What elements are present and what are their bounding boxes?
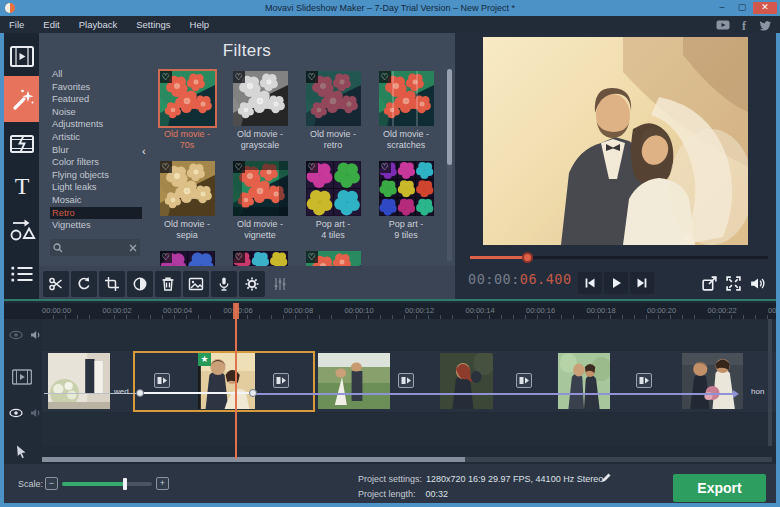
filter-item[interactable]: ♡: [224, 251, 296, 266]
share-button[interactable]: [700, 274, 718, 292]
filter-thumbnail[interactable]: ♡: [160, 161, 215, 216]
category-blur[interactable]: Blur: [50, 144, 142, 157]
timeline-vscrollbar[interactable]: [768, 319, 772, 446]
sidebar-tab-titles[interactable]: T: [4, 166, 39, 206]
transition-slot[interactable]: [398, 373, 414, 388]
filters-scrollbar[interactable]: [447, 69, 452, 261]
filter-item[interactable]: ♡Old movie -grayscale: [224, 71, 296, 150]
sidebar-tab-filters[interactable]: [4, 76, 39, 122]
youtube-icon[interactable]: [716, 18, 730, 34]
filter-thumbnail[interactable]: ♡: [233, 71, 288, 126]
category-mosaic[interactable]: Mosaic: [50, 194, 142, 207]
maximize-button[interactable]: ▢: [733, 2, 751, 14]
music-track[interactable]: [42, 413, 776, 446]
category-color-filters[interactable]: Color filters: [50, 156, 142, 169]
category-all[interactable]: All: [50, 68, 142, 81]
crop-button[interactable]: [99, 271, 125, 297]
play-button[interactable]: [604, 272, 628, 294]
cut-button[interactable]: [43, 271, 69, 297]
timeline-hscrollbar[interactable]: [42, 457, 772, 462]
facebook-icon[interactable]: f: [737, 18, 751, 34]
filter-thumbnail[interactable]: ♡: [379, 71, 434, 126]
menu-help[interactable]: Help: [190, 19, 210, 30]
title-track[interactable]: [42, 319, 776, 350]
scale-slider-handle[interactable]: [123, 478, 127, 490]
favorite-heart-icon[interactable]: ♡: [306, 161, 318, 173]
title-track-visibility-toggle[interactable]: [8, 327, 24, 343]
filter-item[interactable]: ♡Old movie -sepia: [151, 161, 223, 240]
timeline-ruler[interactable]: 00:00:0000:00:0200:00:0400:00:0600:00:08…: [4, 303, 776, 319]
filter-item[interactable]: ♡Old movie -retro: [297, 71, 369, 150]
timeline-clip-kissing-couple[interactable]: [558, 353, 610, 409]
filter-thumbnail[interactable]: ♡: [233, 251, 288, 266]
clear-search-icon[interactable]: [129, 244, 137, 252]
export-button[interactable]: Export: [673, 474, 766, 502]
transition-slot[interactable]: [516, 373, 532, 388]
favorite-heart-icon[interactable]: ♡: [233, 251, 245, 263]
filter-thumbnail[interactable]: ♡: [306, 71, 361, 126]
category-artistic[interactable]: Artistic: [50, 131, 142, 144]
seek-handle[interactable]: [522, 252, 533, 263]
previous-frame-button[interactable]: [578, 272, 602, 294]
close-button[interactable]: ✕: [753, 2, 777, 14]
edit-settings-pencil-icon[interactable]: [600, 472, 612, 484]
selected-clip-outline[interactable]: [133, 351, 315, 412]
volume-button[interactable]: [748, 274, 766, 292]
filter-item[interactable]: ♡Old movie -70s: [151, 71, 223, 150]
sidebar-tab-slides[interactable]: [4, 39, 39, 75]
category-retro[interactable]: Retro: [50, 207, 142, 220]
image-button[interactable]: [183, 271, 209, 297]
delete-button[interactable]: [155, 271, 181, 297]
pointer-tool-icon[interactable]: [14, 444, 30, 460]
music-track-visibility-toggle[interactable]: [8, 405, 24, 421]
filter-thumbnail[interactable]: ♡: [233, 161, 288, 216]
twitter-icon[interactable]: [758, 18, 772, 34]
sidebar-tab-motion[interactable]: [4, 207, 39, 251]
timeline-clip-outdoor-couple[interactable]: [318, 353, 390, 409]
sidebar-tab-list[interactable]: [4, 253, 39, 295]
link-handle[interactable]: [249, 389, 257, 397]
filter-thumbnail[interactable]: ♡: [379, 161, 434, 216]
category-vignettes[interactable]: Vignettes: [50, 219, 142, 232]
category-noise[interactable]: Noise: [50, 106, 142, 119]
category-light-leaks[interactable]: Light leaks: [50, 181, 142, 194]
menu-playback[interactable]: Playback: [79, 19, 118, 30]
seek-bar[interactable]: [470, 252, 768, 262]
filter-item[interactable]: ♡Old movie -vignette: [224, 161, 296, 240]
favorite-heart-icon[interactable]: ♡: [233, 71, 245, 83]
favorite-heart-icon[interactable]: ♡: [379, 161, 391, 173]
filter-item[interactable]: ♡Pop art -4 tiles: [297, 161, 369, 240]
settings-button[interactable]: [239, 271, 265, 297]
transition-slot[interactable]: [636, 373, 652, 388]
zoom-out-button[interactable]: −: [45, 477, 58, 490]
timeline-clip-autumn-couple[interactable]: [440, 353, 493, 409]
favorite-heart-icon[interactable]: ♡: [306, 251, 318, 263]
music-track-mute-toggle[interactable]: [28, 405, 44, 421]
filter-item[interactable]: ♡: [151, 251, 223, 266]
adjust-button[interactable]: [127, 271, 153, 297]
menu-settings[interactable]: Settings: [136, 19, 170, 30]
category-featured[interactable]: Featured: [50, 93, 142, 106]
category-adjustments[interactable]: Adjustments: [50, 118, 142, 131]
filter-item[interactable]: ♡Pop art -9 tiles: [370, 161, 442, 240]
filter-item[interactable]: ♡: [297, 251, 369, 266]
favorite-heart-icon[interactable]: ♡: [306, 71, 318, 83]
filter-thumbnail[interactable]: ♡: [306, 161, 361, 216]
favorite-heart-icon[interactable]: ♡: [160, 161, 172, 173]
fullscreen-button[interactable]: [724, 274, 742, 292]
scale-slider[interactable]: [62, 482, 152, 486]
favorite-heart-icon[interactable]: ♡: [160, 251, 172, 263]
category-flying-objects[interactable]: Flying objects: [50, 169, 142, 182]
rotate-button[interactable]: [71, 271, 97, 297]
filter-thumbnail[interactable]: ♡: [160, 71, 215, 126]
sidebar-tab-transitions[interactable]: [4, 123, 39, 165]
zoom-in-button[interactable]: +: [156, 477, 169, 490]
record-voice-button[interactable]: [211, 271, 237, 297]
link-handle[interactable]: [136, 389, 144, 397]
favorite-heart-icon[interactable]: ♡: [233, 161, 245, 173]
next-frame-button[interactable]: [630, 272, 654, 294]
timeline-clip-bride-groom[interactable]: [682, 353, 743, 409]
menu-file[interactable]: File: [9, 19, 24, 30]
menu-edit[interactable]: Edit: [43, 19, 59, 30]
timeline-clip-bouquet[interactable]: [48, 353, 110, 409]
